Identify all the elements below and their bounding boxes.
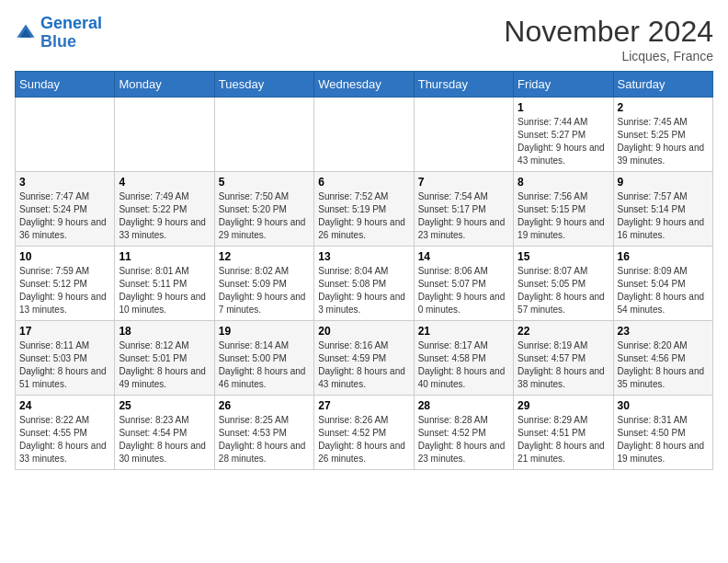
day-info: Sunrise: 8:07 AM Sunset: 5:05 PM Dayligh… xyxy=(518,265,609,316)
weekday-header-wednesday: Wednesday xyxy=(314,72,414,98)
day-number: 14 xyxy=(418,250,509,263)
day-number: 7 xyxy=(418,176,509,189)
day-number: 25 xyxy=(119,399,210,412)
day-info: Sunrise: 8:01 AM Sunset: 5:11 PM Dayligh… xyxy=(119,265,210,316)
day-number: 9 xyxy=(618,176,709,189)
calendar-cell: 19Sunrise: 8:14 AM Sunset: 5:00 PM Dayli… xyxy=(214,321,313,396)
day-number: 12 xyxy=(219,250,310,263)
logo-icon xyxy=(15,22,37,44)
weekday-header-thursday: Thursday xyxy=(414,72,513,98)
day-info: Sunrise: 7:54 AM Sunset: 5:17 PM Dayligh… xyxy=(418,190,509,242)
calendar-cell xyxy=(214,98,313,172)
weekday-header-sunday: Sunday xyxy=(16,72,115,98)
day-info: Sunrise: 8:11 AM Sunset: 5:03 PM Dayligh… xyxy=(19,339,110,391)
day-info: Sunrise: 7:44 AM Sunset: 5:27 PM Dayligh… xyxy=(518,116,609,167)
day-number: 2 xyxy=(618,101,709,114)
calendar-cell: 24Sunrise: 8:22 AM Sunset: 4:55 PM Dayli… xyxy=(16,396,115,470)
day-number: 18 xyxy=(119,325,210,338)
calendar-cell: 12Sunrise: 8:02 AM Sunset: 5:09 PM Dayli… xyxy=(214,247,313,321)
location-subtitle: Licques, France xyxy=(504,49,713,63)
calendar-cell: 20Sunrise: 8:16 AM Sunset: 4:59 PM Dayli… xyxy=(314,321,414,396)
calendar-cell: 14Sunrise: 8:06 AM Sunset: 5:07 PM Dayli… xyxy=(414,247,513,321)
day-info: Sunrise: 7:45 AM Sunset: 5:25 PM Dayligh… xyxy=(618,116,709,167)
calendar-week-3: 17Sunrise: 8:11 AM Sunset: 5:03 PM Dayli… xyxy=(16,321,713,396)
weekday-header-friday: Friday xyxy=(514,72,613,98)
calendar-cell: 21Sunrise: 8:17 AM Sunset: 4:58 PM Dayli… xyxy=(414,321,513,396)
day-info: Sunrise: 8:12 AM Sunset: 5:01 PM Dayligh… xyxy=(119,339,210,391)
logo-line1: General xyxy=(40,14,102,32)
day-number: 17 xyxy=(19,325,110,338)
title-block: November 2024 Licques, France xyxy=(504,15,713,63)
day-number: 1 xyxy=(518,101,609,114)
month-title: November 2024 xyxy=(504,15,713,49)
day-number: 11 xyxy=(119,250,210,263)
calendar-cell: 11Sunrise: 8:01 AM Sunset: 5:11 PM Dayli… xyxy=(115,247,214,321)
day-info: Sunrise: 8:14 AM Sunset: 5:00 PM Dayligh… xyxy=(219,339,310,391)
logo-line2: Blue xyxy=(40,33,102,52)
calendar-cell: 9Sunrise: 7:57 AM Sunset: 5:14 PM Daylig… xyxy=(613,172,712,247)
calendar-cell: 16Sunrise: 8:09 AM Sunset: 5:04 PM Dayli… xyxy=(613,247,712,321)
day-info: Sunrise: 8:22 AM Sunset: 4:55 PM Dayligh… xyxy=(19,414,110,465)
day-number: 5 xyxy=(219,176,310,189)
day-number: 4 xyxy=(119,176,210,189)
day-info: Sunrise: 8:29 AM Sunset: 4:51 PM Dayligh… xyxy=(518,414,609,465)
calendar-week-4: 24Sunrise: 8:22 AM Sunset: 4:55 PM Dayli… xyxy=(16,396,713,470)
day-info: Sunrise: 8:02 AM Sunset: 5:09 PM Dayligh… xyxy=(219,265,310,316)
calendar-cell: 25Sunrise: 8:23 AM Sunset: 4:54 PM Dayli… xyxy=(115,396,214,470)
day-info: Sunrise: 8:17 AM Sunset: 4:58 PM Dayligh… xyxy=(418,339,509,391)
calendar-cell: 5Sunrise: 7:50 AM Sunset: 5:20 PM Daylig… xyxy=(214,172,313,247)
calendar-week-2: 10Sunrise: 7:59 AM Sunset: 5:12 PM Dayli… xyxy=(16,247,713,321)
day-number: 22 xyxy=(518,325,609,338)
day-number: 21 xyxy=(418,325,509,338)
logo-text: General Blue xyxy=(40,15,102,52)
calendar-cell: 10Sunrise: 7:59 AM Sunset: 5:12 PM Dayli… xyxy=(16,247,115,321)
weekday-header-monday: Monday xyxy=(115,72,214,98)
calendar-cell: 22Sunrise: 8:19 AM Sunset: 4:57 PM Dayli… xyxy=(514,321,613,396)
calendar-cell: 3Sunrise: 7:47 AM Sunset: 5:24 PM Daylig… xyxy=(16,172,115,247)
day-number: 6 xyxy=(318,176,409,189)
day-info: Sunrise: 8:19 AM Sunset: 4:57 PM Dayligh… xyxy=(518,339,609,391)
calendar-cell: 17Sunrise: 8:11 AM Sunset: 5:03 PM Dayli… xyxy=(16,321,115,396)
calendar-cell: 2Sunrise: 7:45 AM Sunset: 5:25 PM Daylig… xyxy=(613,98,712,172)
day-number: 26 xyxy=(219,399,310,412)
weekday-header-tuesday: Tuesday xyxy=(214,72,313,98)
day-info: Sunrise: 8:04 AM Sunset: 5:08 PM Dayligh… xyxy=(318,265,409,316)
calendar-cell: 26Sunrise: 8:25 AM Sunset: 4:53 PM Dayli… xyxy=(214,396,313,470)
day-info: Sunrise: 7:49 AM Sunset: 5:22 PM Dayligh… xyxy=(119,190,210,242)
calendar-week-0: 1Sunrise: 7:44 AM Sunset: 5:27 PM Daylig… xyxy=(16,98,713,172)
day-info: Sunrise: 8:26 AM Sunset: 4:52 PM Dayligh… xyxy=(318,414,409,465)
day-info: Sunrise: 8:31 AM Sunset: 4:50 PM Dayligh… xyxy=(618,414,709,465)
day-info: Sunrise: 7:50 AM Sunset: 5:20 PM Dayligh… xyxy=(219,190,310,242)
day-number: 13 xyxy=(318,250,409,263)
day-number: 19 xyxy=(219,325,310,338)
day-info: Sunrise: 8:25 AM Sunset: 4:53 PM Dayligh… xyxy=(219,414,310,465)
day-number: 28 xyxy=(418,399,509,412)
logo: General Blue xyxy=(15,15,102,52)
calendar-cell: 29Sunrise: 8:29 AM Sunset: 4:51 PM Dayli… xyxy=(514,396,613,470)
calendar-cell: 30Sunrise: 8:31 AM Sunset: 4:50 PM Dayli… xyxy=(613,396,712,470)
day-number: 27 xyxy=(318,399,409,412)
day-number: 10 xyxy=(19,250,110,263)
calendar-week-1: 3Sunrise: 7:47 AM Sunset: 5:24 PM Daylig… xyxy=(16,172,713,247)
day-number: 29 xyxy=(518,399,609,412)
weekday-header-row: SundayMondayTuesdayWednesdayThursdayFrid… xyxy=(16,72,713,98)
day-number: 30 xyxy=(618,399,709,412)
calendar-cell: 23Sunrise: 8:20 AM Sunset: 4:56 PM Dayli… xyxy=(613,321,712,396)
day-number: 15 xyxy=(518,250,609,263)
day-number: 23 xyxy=(618,325,709,338)
day-info: Sunrise: 7:52 AM Sunset: 5:19 PM Dayligh… xyxy=(318,190,409,242)
page-header: General Blue November 2024 Licques, Fran… xyxy=(15,15,713,63)
day-number: 3 xyxy=(19,176,110,189)
calendar-cell xyxy=(16,98,115,172)
day-info: Sunrise: 7:59 AM Sunset: 5:12 PM Dayligh… xyxy=(19,265,110,316)
day-info: Sunrise: 8:16 AM Sunset: 4:59 PM Dayligh… xyxy=(318,339,409,391)
calendar-cell xyxy=(115,98,214,172)
calendar-cell: 18Sunrise: 8:12 AM Sunset: 5:01 PM Dayli… xyxy=(115,321,214,396)
day-number: 8 xyxy=(518,176,609,189)
calendar-cell: 6Sunrise: 7:52 AM Sunset: 5:19 PM Daylig… xyxy=(314,172,414,247)
calendar-cell: 27Sunrise: 8:26 AM Sunset: 4:52 PM Dayli… xyxy=(314,396,414,470)
day-info: Sunrise: 8:23 AM Sunset: 4:54 PM Dayligh… xyxy=(119,414,210,465)
day-info: Sunrise: 8:06 AM Sunset: 5:07 PM Dayligh… xyxy=(418,265,509,316)
calendar-cell: 1Sunrise: 7:44 AM Sunset: 5:27 PM Daylig… xyxy=(514,98,613,172)
calendar-cell xyxy=(314,98,414,172)
